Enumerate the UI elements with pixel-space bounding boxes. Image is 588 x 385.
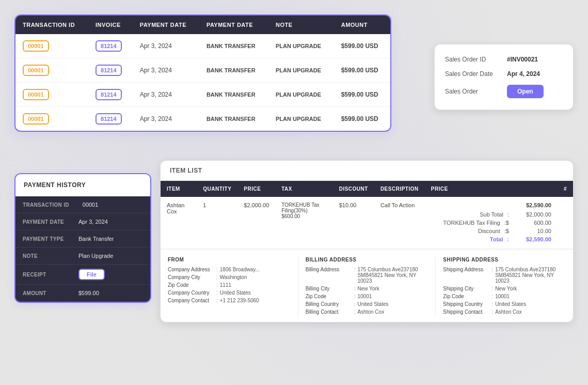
addr-row: Company Contact : +1 212 239-5060 bbox=[168, 298, 291, 303]
addr-row: Shipping Address : 175 Columbus Ave23718… bbox=[443, 267, 566, 284]
addr-row: Zip Code : 10001 bbox=[306, 294, 428, 299]
td-date: Apr 3, 2024 bbox=[133, 107, 199, 131]
addr-sep: : bbox=[214, 267, 220, 272]
il-tax: TORKEHUB Tax Filing(30%) $600.00 bbox=[275, 197, 332, 249]
td-amount: $599.00 USD bbox=[334, 83, 390, 107]
col-payment-date-1: PAYMENT DATE bbox=[133, 16, 199, 34]
ph-value: $599.00 bbox=[72, 285, 150, 301]
item-list-table: ITEM QUANTITY PRICE TAX DISCOUNT DESCRIP… bbox=[161, 181, 573, 249]
ph-row: RECEIPT File bbox=[15, 265, 150, 285]
td-id: 00001 bbox=[15, 34, 88, 58]
ph-label: PAYMENT DATE bbox=[15, 214, 72, 230]
addr-sep: : bbox=[214, 290, 220, 296]
addr-sep: : bbox=[489, 294, 495, 299]
so-id-value: #INV00021 bbox=[507, 56, 538, 63]
sales-order-card: Sales Order ID #INV00021 Sales Order Dat… bbox=[434, 44, 574, 110]
addr-value: 175 Columbus Ave237180 SMB45821 New York… bbox=[495, 267, 566, 284]
addr-row: Shipping City : New York bbox=[443, 286, 566, 291]
addr-value: 10001 bbox=[357, 294, 428, 299]
il-total: $2,590.00 Sub Total : $2,000.00 TORKEHUB… bbox=[425, 197, 558, 249]
table-header-row: TRANSACTION ID INVOICE PAYMENT DATE PAYM… bbox=[15, 16, 390, 34]
addr-label: Billing City bbox=[306, 286, 352, 291]
addr-row: Billing Country : United States bbox=[306, 301, 428, 307]
addr-label: Company Country bbox=[168, 290, 214, 296]
item-list-title: ITEM LIST bbox=[161, 161, 573, 181]
addr-row: Shipping Contact : Ashton Cox bbox=[443, 309, 566, 315]
table-row: 00001 81214 Apr 3, 2024 BANK TRANSFER PL… bbox=[15, 107, 390, 131]
td-type: BANK TRANSFER bbox=[199, 34, 268, 58]
addr-value: Ashton Cox bbox=[495, 309, 566, 315]
il-col-discount: DISCOUNT bbox=[333, 181, 374, 197]
ph-label: TRANSACTION ID bbox=[15, 197, 76, 213]
addr-value: 1111 bbox=[220, 282, 291, 288]
addr-value: United States bbox=[357, 301, 428, 307]
ph-label: AMOUNT bbox=[15, 285, 72, 301]
main-container: TRANSACTION ID INVOICE PAYMENT DATE PAYM… bbox=[0, 0, 588, 385]
td-note: PLAN UPGRADE bbox=[268, 58, 334, 83]
col-invoice: INVOICE bbox=[88, 16, 133, 34]
addr-row: Zip Code : 10001 bbox=[443, 294, 566, 299]
addr-value: 10001 bbox=[495, 294, 566, 299]
table-row: 00001 81214 Apr 3, 2024 BANK TRANSFER PL… bbox=[15, 34, 390, 58]
addr-row: Billing Address : 175 Columbus Ave237180… bbox=[306, 267, 428, 284]
billing-title: BILLING ADDRESS bbox=[306, 257, 428, 263]
td-type: BANK TRANSFER bbox=[199, 107, 268, 131]
addr-label: Zip Code bbox=[168, 282, 214, 288]
table-row: 00001 81214 Apr 3, 2024 BANK TRANSFER PL… bbox=[15, 58, 390, 83]
addr-row: Company Country : United States bbox=[168, 290, 291, 296]
addr-label: Company Contact bbox=[168, 298, 214, 303]
addr-sep: : bbox=[352, 309, 358, 315]
col-payment-date-2: PAYMENT DATE bbox=[199, 16, 268, 34]
transaction-table: TRANSACTION ID INVOICE PAYMENT DATE PAYM… bbox=[15, 16, 390, 131]
addresses-section: FROM Company Address : 1806 Broadway... … bbox=[161, 249, 573, 322]
ph-title: PAYMENT HISTORY bbox=[15, 174, 150, 196]
il-col-hash: # bbox=[558, 181, 573, 197]
il-table-row: Ashtan Cox 1 $2,000.00 TORKEHUB Tax Fili… bbox=[161, 197, 573, 249]
ph-row: AMOUNT $599.00 bbox=[15, 285, 150, 302]
il-discount: $10.00 bbox=[333, 197, 374, 249]
col-transaction-id: TRANSACTION ID bbox=[15, 16, 88, 34]
addr-sep: : bbox=[352, 301, 358, 307]
il-col-item: ITEM bbox=[161, 181, 197, 197]
addr-row: Zip Code : 1111 bbox=[168, 282, 291, 288]
ph-value: File bbox=[72, 265, 150, 284]
item-list-card: ITEM LIST ITEM QUANTITY PRICE TAX DISCOU… bbox=[160, 160, 574, 322]
addr-value: United States bbox=[495, 301, 566, 307]
addr-sep: : bbox=[489, 301, 495, 307]
td-id: 00001 bbox=[15, 58, 88, 83]
ph-rows: TRANSACTION ID 00001 PAYMENT DATE Apr 3,… bbox=[15, 196, 150, 302]
billing-rows: Billing Address : 175 Columbus Ave237180… bbox=[306, 267, 428, 315]
il-col-description: DESCRIPTION bbox=[374, 181, 425, 197]
so-date-row: Sales Order Date Apr 4, 2024 bbox=[445, 70, 563, 78]
addr-label: Zip Code bbox=[443, 294, 489, 299]
transaction-table-card: TRANSACTION ID INVOICE PAYMENT DATE PAYM… bbox=[14, 14, 391, 132]
so-date-value: Apr 4, 2024 bbox=[507, 70, 540, 78]
ph-row: PAYMENT TYPE Bank Transfer bbox=[15, 230, 150, 248]
so-date-label: Sales Order Date bbox=[445, 70, 507, 78]
addr-label: Shipping City bbox=[443, 286, 489, 291]
addr-sep: : bbox=[352, 267, 358, 272]
td-invoice: 81214 bbox=[88, 34, 133, 58]
il-header-row: ITEM QUANTITY PRICE TAX DISCOUNT DESCRIP… bbox=[161, 181, 573, 197]
ph-value: 00001 bbox=[76, 196, 150, 213]
addr-row: Billing Contact : Ashton Cox bbox=[306, 309, 428, 315]
il-col-price2: PRICE bbox=[425, 181, 558, 197]
billing-address: BILLING ADDRESS Billing Address : 175 Co… bbox=[298, 257, 436, 317]
ph-row: PAYMENT DATE Apr 3, 2024 bbox=[15, 213, 150, 230]
from-rows: Company Address : 1806 Broadway... Compa… bbox=[168, 267, 291, 303]
td-id: 00001 bbox=[15, 83, 88, 107]
file-button[interactable]: File bbox=[78, 269, 105, 280]
td-invoice: 81214 bbox=[88, 83, 133, 107]
addr-row: Company Address : 1806 Broadway... bbox=[168, 267, 291, 272]
ph-value: Plan Upgrade bbox=[72, 248, 150, 264]
addr-sep: : bbox=[214, 282, 220, 288]
addr-value: Washington bbox=[220, 274, 291, 280]
shipping-title: SHIPPING ADDRESS bbox=[443, 257, 566, 263]
addr-value: United States bbox=[220, 290, 291, 296]
open-button[interactable]: Open bbox=[507, 85, 544, 98]
addr-label: Shipping Address bbox=[443, 267, 489, 272]
shipping-address: SHIPPING ADDRESS Shipping Address : 175 … bbox=[436, 257, 573, 317]
il-col-price: PRICE bbox=[237, 181, 275, 197]
il-quantity: 1 bbox=[197, 197, 237, 249]
td-note: PLAN UPGRADE bbox=[268, 107, 334, 131]
